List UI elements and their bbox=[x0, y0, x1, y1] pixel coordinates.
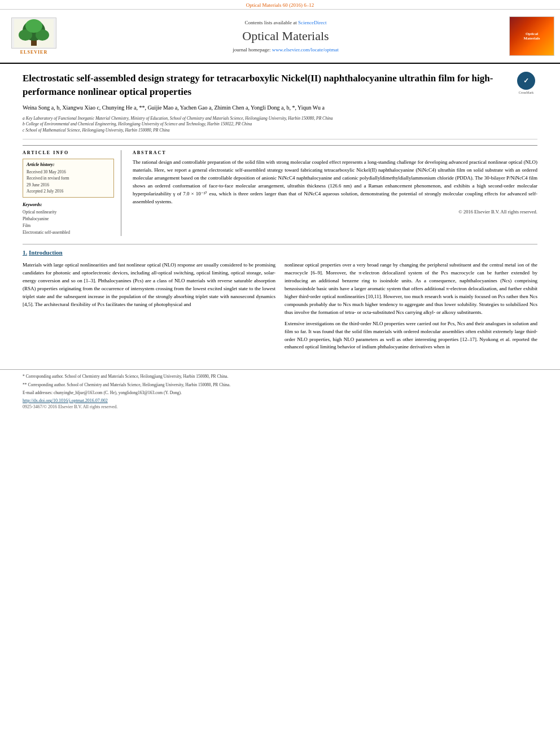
history-revised-date: 29 June 2016 bbox=[27, 182, 110, 188]
abstract-column: ABSTRACT The rational design and control… bbox=[133, 150, 537, 236]
affiliations: a Key Laboratory of Functional Inorganic… bbox=[23, 116, 509, 134]
footnote-email: E-mail addresses: chunyinghe_hljue@163.c… bbox=[23, 390, 537, 396]
affiliation-b: b College of Environmental and Chemical … bbox=[23, 121, 509, 128]
abstract-heading: ABSTRACT bbox=[133, 150, 537, 155]
footnote-2: ** Corresponding author. School of Chemi… bbox=[23, 382, 537, 388]
affiliation-c: c School of Mathematical Science, Heilon… bbox=[23, 128, 509, 134]
affiliation-a: a Key Laboratory of Functional Inorganic… bbox=[23, 116, 509, 122]
history-revised-label: Received in revised form bbox=[27, 175, 110, 181]
footnote-1: * Corresponding author. School of Chemis… bbox=[23, 373, 537, 379]
article-title-section: Electrostatic self-assembled design stra… bbox=[23, 72, 537, 139]
history-received: Received 30 May 2016 bbox=[27, 169, 110, 175]
sciencedirect-link: Contents lists available at ScienceDirec… bbox=[245, 20, 327, 25]
abstract-text: The rational design and controllable pre… bbox=[133, 159, 537, 216]
svg-point-5 bbox=[25, 19, 42, 33]
journal-header-center: Contents lists available at ScienceDirec… bbox=[68, 14, 504, 58]
intro-title-text: Introduction bbox=[29, 249, 63, 256]
journal-homepage-link[interactable]: www.elsevier.com/locate/optmat bbox=[272, 47, 339, 53]
keyword-4: Electrostatic self-assembled bbox=[23, 229, 114, 236]
body-divider bbox=[23, 244, 537, 244]
elsevier-logo: ELSEVIER bbox=[11, 18, 56, 55]
history-accepted: Accepted 2 July 2016 bbox=[27, 188, 110, 194]
crossmark-label: CrossMark bbox=[519, 91, 534, 94]
article-history-box: Article history: Received 30 May 2016 Re… bbox=[23, 159, 114, 198]
journal-title: Optical Materials bbox=[242, 29, 329, 43]
keyword-3: Film bbox=[23, 222, 114, 229]
journal-homepage: journal homepage: www.elsevier.com/locat… bbox=[233, 47, 338, 53]
page-footer: * Corresponding author. School of Chemis… bbox=[0, 369, 560, 409]
main-content: Electrostatic self-assembled design stra… bbox=[0, 64, 560, 360]
keywords-box: Keywords: Optical nonlinearity Phthalocy… bbox=[23, 202, 114, 236]
journal-thumb-label: OpticalMaterials bbox=[524, 32, 540, 41]
intro-right-text: nonlinear optical properties over a very… bbox=[285, 261, 537, 351]
journal-header: ELSEVIER Contents lists available at Sci… bbox=[0, 10, 560, 64]
keyword-2: Phthalocyanine bbox=[23, 216, 114, 222]
intro-left-col: Materials with large optical nonlinearit… bbox=[23, 261, 275, 355]
journal-top-bar: Optical Materials 60 (2016) 6–12 bbox=[0, 0, 560, 10]
introduction-section: 1. Introduction Materials with large opt… bbox=[23, 249, 537, 355]
article-info-column: ARTICLE INFO Article history: Received 3… bbox=[23, 150, 121, 236]
journal-thumbnail-section: OpticalMaterials bbox=[504, 14, 560, 58]
copyright-line: © 2016 Elsevier B.V. All rights reserved… bbox=[133, 208, 537, 216]
sciencedirect-anchor[interactable]: ScienceDirect bbox=[298, 20, 326, 25]
intro-left-text: Materials with large optical nonlinearit… bbox=[23, 261, 275, 309]
crossmark-icon: ✓ bbox=[517, 72, 535, 90]
history-label: Article history: bbox=[27, 162, 110, 167]
keywords-label: Keywords: bbox=[23, 202, 114, 207]
journal-thumbnail: OpticalMaterials bbox=[509, 16, 554, 56]
article-authors: Weina Song a, b, Xiangwu Xiao c, Chunyin… bbox=[23, 103, 509, 112]
crossmark-section: ✓ CrossMark bbox=[515, 72, 537, 94]
elsevier-logo-section: ELSEVIER bbox=[0, 14, 68, 58]
article-info-heading: ARTICLE INFO bbox=[23, 150, 114, 155]
intro-two-col: Materials with large optical nonlinearit… bbox=[23, 261, 537, 355]
article-title: Electrostatic self-assembled design stra… bbox=[23, 72, 509, 99]
article-title-text: Electrostatic self-assembled design stra… bbox=[23, 72, 509, 133]
info-abstract-section: ARTICLE INFO Article history: Received 3… bbox=[23, 145, 537, 236]
intro-section-title: 1. Introduction bbox=[23, 249, 537, 256]
elsevier-brand-text: ELSEVIER bbox=[20, 50, 47, 55]
issn-line: 0925-3467/© 2016 Elsevier B.V. All right… bbox=[23, 404, 537, 409]
doi-link[interactable]: http://dx.doi.org/10.1016/j.optmat.2016.… bbox=[23, 398, 537, 403]
elsevier-logo-image bbox=[11, 18, 56, 49]
keyword-1: Optical nonlinearity bbox=[23, 209, 114, 216]
elsevier-tree-icon bbox=[14, 19, 54, 47]
intro-right-col: nonlinear optical properties over a very… bbox=[285, 261, 537, 355]
